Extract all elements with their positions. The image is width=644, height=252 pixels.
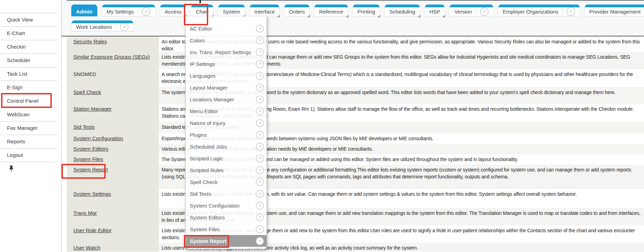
sidebar-item-e-chart[interactable]: E-Chart	[0, 26, 57, 40]
menu-item-colors[interactable]: Colors↗	[186, 34, 267, 46]
menu-item-system-configuration[interactable]: System Configuration↗	[186, 200, 267, 211]
sidebar-item-task-list[interactable]: Task List	[0, 67, 57, 81]
external-link-icon[interactable]: ↗	[256, 48, 264, 56]
link-spell-check[interactable]: Spell Check	[73, 89, 101, 95]
tab-access[interactable]: Access	[160, 5, 186, 16]
tab-my-settings[interactable]: My Settings↗	[102, 5, 155, 16]
menu-item-languages[interactable]: Languages↗	[186, 70, 267, 82]
tab-orders[interactable]: Orders	[284, 5, 310, 16]
link-system-report[interactable]: System Report	[73, 167, 108, 173]
tab-employer-organizations[interactable]: Employer Organizations↗	[498, 5, 580, 16]
tab-chart[interactable]: Chart	[191, 5, 213, 16]
menu-item-scripted-rules[interactable]: Scripted Rules↗	[186, 164, 267, 176]
sidebar-item-logout[interactable]: Logout	[0, 148, 57, 162]
menu-item-std-tests[interactable]: Std Tests↗	[186, 188, 267, 200]
menu-item-system-report[interactable]: System Report↗	[186, 235, 267, 247]
tab-printing[interactable]: Printing	[353, 5, 380, 16]
admin-tabbar-row2: Work Locations↗	[71, 20, 133, 31]
table-row: Trans Mgr Lists existing Interface Trans…	[62, 208, 644, 225]
link-security-roles[interactable]: Security Roles	[73, 39, 107, 44]
sidebar-item-control-panel[interactable]: Control Panel	[0, 94, 57, 108]
external-link-icon[interactable]: ↗	[256, 166, 264, 174]
tab-interface[interactable]: Interface	[250, 5, 279, 16]
link-similar-exposure-groups[interactable]: Similar Exposure Groups (SEGs)	[73, 54, 150, 60]
dropdown-corner-icon	[418, 15, 421, 17]
tab-admin[interactable]: Admin	[71, 5, 97, 16]
table-row: System Editors Various editors for the s…	[62, 144, 644, 154]
menu-item-plugins[interactable]: Plugins↗	[186, 129, 267, 141]
table-row: System Files The System Files editor lis…	[62, 154, 644, 165]
table-row: Std Tests Standard tests used to assure …	[62, 122, 644, 133]
menu-item-system-files[interactable]: System Files↗	[186, 223, 267, 235]
external-link-icon[interactable]: ↗	[256, 25, 264, 33]
table-row: Similar Exposure Groups (SEGs) Lists exi…	[62, 52, 644, 69]
tab-separator	[116, 24, 116, 30]
link-system-configuration[interactable]: System Configuration	[73, 135, 123, 141]
link-trans-mgr[interactable]: Trans Mgr	[73, 210, 97, 216]
external-link-icon[interactable]: ↗	[256, 143, 264, 151]
external-link-icon[interactable]: ↗	[566, 7, 575, 16]
external-link-icon[interactable]: ↗	[142, 7, 150, 16]
sidebar-item-scheduler[interactable]: Scheduler	[0, 53, 57, 67]
menu-item-ip-settings[interactable]: IP Settings↗	[186, 58, 267, 70]
tab-work-locations[interactable]: Work Locations↗	[71, 20, 133, 31]
pushpin-icon[interactable]	[8, 165, 15, 172]
sidebar-item-webscan[interactable]: WebScan	[0, 108, 57, 121]
link-system-files[interactable]: System Files	[73, 156, 103, 162]
tab-separator	[476, 8, 476, 15]
sidebar-item-checkin[interactable]: Checkin	[0, 40, 57, 53]
external-link-icon[interactable]: ↗	[256, 202, 264, 210]
sidebar: Quick View E-Chart Checkin Scheduler Tas…	[0, 0, 62, 252]
external-link-icon[interactable]: ↗	[256, 131, 264, 139]
menu-item-menu-editor[interactable]: Menu Editor↗	[186, 105, 267, 117]
tab-system[interactable]: System	[218, 5, 245, 16]
dropdown-corner-icon	[377, 15, 380, 17]
sidebar-divider	[0, 162, 57, 162]
link-station-manager[interactable]: Station Manager	[73, 106, 112, 112]
sidebar-item-fax-manager[interactable]: Fax Manager	[0, 121, 57, 135]
menu-item-scripted-logic[interactable]: Scripted Logic↗	[186, 152, 267, 164]
menu-item-layout-manager[interactable]: Layout Manager↗	[186, 82, 267, 93]
tab-scheduling[interactable]: Scheduling	[384, 5, 420, 16]
external-link-icon[interactable]: ↗	[256, 107, 264, 115]
external-link-icon[interactable]: ↗	[256, 154, 264, 162]
sidebar-item-reports[interactable]: Reports	[0, 135, 57, 148]
menu-item-locations-manager[interactable]: Locations Manager↗	[186, 93, 267, 105]
link-snomed[interactable]: SNOMED	[73, 71, 96, 77]
link-system-settings[interactable]: System Settings	[73, 191, 111, 197]
external-link-icon[interactable]: ↗	[480, 7, 489, 16]
tab-version[interactable]: Version↗	[449, 5, 493, 16]
external-link-icon[interactable]: ↗	[256, 237, 264, 245]
external-link-icon[interactable]: ↗	[256, 72, 264, 80]
external-link-icon[interactable]: ↗	[256, 190, 264, 198]
admin-tabbar: Admin My Settings↗ Access Chart System I…	[71, 5, 644, 16]
tab-provider-management[interactable]: Provider Management↗	[585, 5, 644, 16]
external-link-icon[interactable]: ↗	[256, 60, 264, 68]
tab-separator	[562, 8, 563, 15]
external-link-icon[interactable]: ↗	[256, 225, 264, 233]
link-user-role-editor[interactable]: User Role Editor	[73, 227, 112, 233]
external-link-icon[interactable]: ↗	[256, 95, 264, 103]
external-link-icon[interactable]: ↗	[256, 178, 264, 186]
external-link-icon[interactable]: ↗	[256, 213, 264, 221]
sidebar-item-quick-view[interactable]: Quick View	[0, 13, 57, 26]
menu-item-inv-trans-report-settings[interactable]: Inv. Trans. Report Settings↗	[186, 46, 267, 58]
tab-reference[interactable]: Reference	[314, 5, 348, 16]
dropdown-corner-icon	[307, 15, 310, 17]
external-link-icon[interactable]: ↗	[256, 119, 264, 127]
dropdown-corner-icon	[442, 15, 445, 17]
external-link-icon[interactable]: ↗	[120, 23, 129, 31]
link-system-editors[interactable]: System Editors	[73, 146, 108, 152]
external-link-icon[interactable]: ↗	[256, 36, 264, 44]
table-row: System Settings Lists existing System Se…	[62, 189, 644, 208]
menu-item-system-editors[interactable]: System Editors↗	[186, 211, 267, 223]
link-user-watch[interactable]: User Watch	[73, 245, 100, 251]
menu-item-spell-check[interactable]: Spell Check↗	[186, 176, 267, 188]
link-std-tests[interactable]: Std Tests	[73, 124, 95, 130]
sidebar-item-e-sign[interactable]: E-Sign	[0, 81, 57, 94]
menu-item-scheduled-jobs[interactable]: Scheduled Jobs↗	[186, 141, 267, 152]
tab-hsp[interactable]: HSP	[425, 5, 445, 16]
menu-item-nature-of-injury[interactable]: Nature of Injury↗	[186, 117, 267, 129]
external-link-icon[interactable]: ↗	[256, 84, 264, 92]
menu-item-ac-editor[interactable]: AC Editor↗	[186, 23, 267, 34]
